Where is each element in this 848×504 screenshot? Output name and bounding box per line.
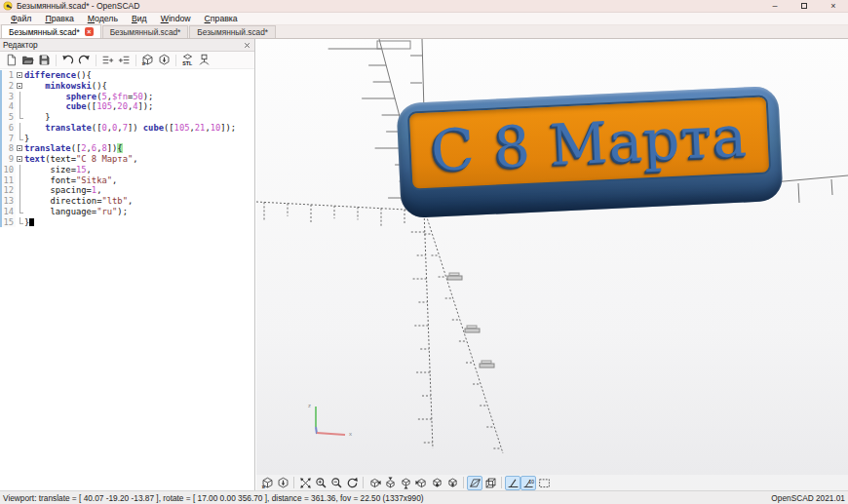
y-neg-axis-ruler	[425, 212, 503, 453]
code-text: }	[24, 112, 50, 123]
status-bar: Viewport: translate = [ 40.07 -19.20 -13…	[0, 490, 848, 504]
view-top-button[interactable]	[382, 476, 398, 490]
fold-margin[interactable]	[16, 154, 24, 165]
viewport-toolbar	[256, 475, 848, 490]
code-text: size=15,	[24, 165, 92, 175]
openscad-logo-icon	[3, 1, 13, 11]
line-number: 10	[0, 165, 16, 175]
tab-0[interactable]: Безымянный.scad*×	[1, 24, 101, 38]
minimize-button[interactable]: –	[760, 0, 790, 12]
code-text: cube([105,20,4]);	[24, 101, 153, 112]
code-line-14: 14 language="ru");	[0, 207, 254, 217]
close-button[interactable]: ×	[819, 0, 848, 12]
perspective-icon	[469, 477, 482, 489]
modified-lines-marker	[0, 70, 2, 227]
render-button[interactable]	[275, 476, 290, 490]
reset-view-button[interactable]	[344, 476, 360, 490]
tab-1[interactable]: Безымянный.scad*	[102, 25, 189, 38]
code-text: translate([0,0,7]) cube([105,21,10]);	[24, 123, 236, 134]
render-button[interactable]	[156, 53, 173, 68]
tab-label: Безымянный.scad*	[110, 27, 181, 37]
menu-item-2[interactable]: Модель	[81, 14, 125, 23]
distant-scale-marker	[447, 276, 462, 280]
toolbar-separator	[293, 477, 294, 488]
line-number: 1	[0, 70, 16, 81]
panel-close-icon[interactable]	[243, 41, 251, 50]
render-icon	[277, 477, 289, 489]
tab-label: Безымянный.scad*	[197, 27, 268, 37]
fold-margin[interactable]	[16, 143, 24, 154]
tab-bar: Безымянный.scad*×Безымянный.scad*Безымян…	[0, 25, 848, 39]
x-pos-axis-ruler	[773, 175, 848, 182]
fold-margin	[16, 123, 24, 134]
maximize-button[interactable]	[790, 0, 819, 12]
zoom-out-button[interactable]	[328, 476, 344, 490]
fold-margin[interactable]	[16, 70, 24, 81]
menu-item-3[interactable]: Вид	[125, 14, 154, 23]
code-text: }	[24, 134, 29, 144]
code-text: translate([2,6,8]){	[24, 143, 123, 154]
show-scale-markers-button[interactable]	[520, 476, 536, 490]
3d-viewport[interactable]: zx С 8 Марта	[256, 39, 848, 490]
zoom-in-button[interactable]	[313, 476, 328, 490]
toolbar-separator	[135, 55, 136, 66]
print-button[interactable]	[196, 53, 212, 68]
zoom-all-icon	[299, 477, 312, 489]
tab-close-icon[interactable]: ×	[85, 27, 94, 36]
code-line-11: 11 font="Sitka",	[0, 175, 254, 186]
show-scale-markers-icon	[522, 477, 535, 489]
menu-item-5[interactable]: Справка	[198, 14, 245, 23]
x-neg-axis-ruler	[256, 202, 424, 211]
toolbar-separator	[56, 55, 57, 66]
unindent-button[interactable]	[99, 53, 116, 68]
fold-margin[interactable]	[16, 81, 24, 92]
save-file-button[interactable]	[36, 53, 53, 68]
code-line-12: 12 spacing=1,	[0, 185, 254, 196]
code-text: }	[24, 217, 34, 228]
menu-item-4[interactable]: Window	[154, 14, 198, 23]
line-number: 11	[0, 175, 16, 186]
redo-button[interactable]	[76, 53, 93, 68]
show-axes-icon	[507, 477, 520, 489]
view-bottom-icon	[400, 477, 412, 489]
export-stl-button[interactable]	[179, 53, 196, 68]
zoom-all-button[interactable]	[297, 476, 313, 490]
show-axes-button[interactable]	[505, 476, 520, 490]
distant-scale-marker	[482, 361, 491, 364]
tab-2[interactable]: Безымянный.scad*	[189, 25, 276, 38]
view-front-button[interactable]	[429, 476, 444, 490]
code-text: sphere(5,$fn=50);	[24, 92, 153, 102]
view-left-button[interactable]	[413, 476, 429, 490]
toolbar-separator	[96, 55, 96, 66]
view-all-button[interactable]	[536, 476, 552, 490]
menu-bar: ФайлПравкаМодельВидWindowСправка	[0, 13, 848, 25]
undo-button[interactable]	[59, 53, 76, 68]
preview-button[interactable]	[139, 53, 156, 68]
indent-button[interactable]	[116, 53, 133, 68]
open-file-button[interactable]	[19, 53, 36, 68]
model-plaque-face: С 8 Марта	[409, 97, 769, 188]
menu-item-1[interactable]: Правка	[38, 14, 80, 23]
menu-item-0[interactable]: Файл	[4, 14, 38, 23]
view-bottom-button[interactable]	[398, 476, 413, 490]
fold-margin	[16, 196, 24, 207]
code-editor[interactable]: 1difference(){2 minkowski(){3 sphere(5,$…	[0, 70, 254, 490]
line-number: 12	[0, 185, 16, 196]
redo-icon	[78, 54, 91, 66]
code-text: font="Sitka",	[24, 175, 117, 186]
view-all-icon	[538, 477, 551, 489]
view-right-button[interactable]	[366, 476, 382, 490]
perspective-button[interactable]	[467, 476, 482, 490]
view-back-button[interactable]	[444, 476, 460, 490]
code-line-13: 13 direction="ltb",	[0, 196, 254, 207]
maximize-icon	[801, 3, 807, 9]
orthographic-button[interactable]	[482, 476, 498, 490]
render-icon	[158, 54, 171, 66]
save-file-icon	[38, 54, 51, 66]
preview-button[interactable]	[259, 476, 275, 490]
new-file-button[interactable]	[3, 53, 19, 68]
view-left-icon	[415, 477, 428, 489]
view-top-icon	[384, 477, 397, 489]
fold-margin	[16, 207, 24, 217]
line-number: 14	[0, 207, 16, 217]
